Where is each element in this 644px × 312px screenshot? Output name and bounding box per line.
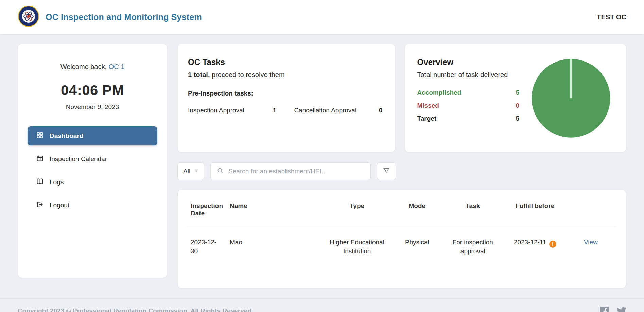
fulfill-date: 2023-12-11 <box>514 239 546 246</box>
filter-button[interactable] <box>377 162 396 180</box>
sidebar-item-label: Logout <box>50 202 69 209</box>
stat-row-target: Target 5 <box>417 115 520 122</box>
social-links <box>600 306 626 312</box>
col-header-type: Type <box>320 192 393 226</box>
col-header-inspection-date: Inspection Date <box>187 192 226 226</box>
welcome-message: Welcome back, OC 1 <box>28 63 157 71</box>
content-column: OC Tasks 1 total, proceed to resolve the… <box>177 44 626 288</box>
funnel-icon <box>383 167 390 176</box>
sidebar-item-label: Inspection Calendar <box>50 155 107 163</box>
task-count: 1 <box>273 107 277 114</box>
facebook-icon[interactable] <box>600 307 609 312</box>
sidebar-item-label: Logs <box>50 178 64 186</box>
category-dropdown[interactable]: All <box>177 162 204 180</box>
sidebar-item-inspection-calendar[interactable]: Inspection Calendar <box>28 150 157 169</box>
cell-name: Mao <box>226 226 320 267</box>
sidebar-item-logs[interactable]: Logs <box>28 173 157 192</box>
warning-icon: ! <box>549 241 556 248</box>
pre-inspection-tasks-list: Inspection Approval 1 Cancellation Appro… <box>188 107 385 114</box>
table-row: 2023-12-30 Mao Higher Educational Instit… <box>187 226 616 267</box>
app-title: OC Inspection and Monitoring System <box>46 12 202 22</box>
oc-tasks-summary-rest: proceed to resolve them <box>210 71 284 79</box>
oc-tasks-summary: 1 total, proceed to resolve them <box>188 71 385 79</box>
col-header-mode: Mode <box>394 192 441 226</box>
sidebar-item-dashboard[interactable]: Dashboard <box>28 126 157 145</box>
clock-date: November 9, 2023 <box>28 103 157 111</box>
book-icon <box>36 178 43 187</box>
main-area: Welcome back, OC 1 04:06 PM November 9, … <box>0 34 644 288</box>
clock-time: 04:06 PM <box>28 82 157 99</box>
logout-icon <box>36 201 43 210</box>
header-brand: OC Inspection and Monitoring System <box>18 5 202 29</box>
oc-tasks-summary-count: 1 total, <box>188 71 210 79</box>
stat-label: Target <box>417 115 437 122</box>
sidebar-item-label: Dashboard <box>50 132 83 140</box>
welcome-prefix: Welcome back, <box>60 63 109 70</box>
stat-label: Accomplished <box>417 89 462 97</box>
oc-tasks-card: OC Tasks 1 total, proceed to resolve the… <box>177 44 395 152</box>
cell-fulfill-before: 2023-12-11! <box>505 226 565 267</box>
twitter-icon[interactable] <box>617 306 626 312</box>
pre-inspection-tasks-label: Pre-inspection tasks: <box>188 90 385 97</box>
stat-value: 5 <box>516 89 520 97</box>
search-box <box>210 162 371 180</box>
chevron-down-icon <box>194 168 198 175</box>
category-dropdown-value: All <box>183 168 190 175</box>
sidebar-card: Welcome back, OC 1 04:06 PM November 9, … <box>18 44 167 278</box>
task-pair-cancellation-approval: Cancellation Approval 0 <box>294 107 382 114</box>
cell-inspection-date: 2023-12-30 <box>187 226 226 267</box>
task-count: 0 <box>379 107 383 114</box>
overview-subtitle: Total number of task delivered <box>417 71 520 79</box>
col-header-task: Task <box>441 192 505 226</box>
calendar-icon <box>36 155 43 163</box>
cell-mode: Physical <box>394 226 441 267</box>
stat-row-accomplished: Accomplished 5 <box>417 89 520 97</box>
search-input[interactable] <box>228 167 364 175</box>
stat-label: Missed <box>417 102 439 109</box>
copyright-text: Copyright 2023 © Professional Regulation… <box>18 307 253 312</box>
inspections-table-card: Inspection Date Name Type Mode Task Fulf… <box>177 190 626 288</box>
overview-card: Overview Total number of task delivered … <box>405 44 627 152</box>
logged-in-user: TEST OC <box>597 13 626 21</box>
sidebar-item-logout[interactable]: Logout <box>28 196 157 215</box>
cell-type: Higher Educational Institution <box>320 226 393 267</box>
summary-cards-row: OC Tasks 1 total, proceed to resolve the… <box>177 44 626 152</box>
col-header-action <box>565 192 616 226</box>
inspections-table: Inspection Date Name Type Mode Task Fulf… <box>187 192 616 267</box>
overview-stats: Overview Total number of task delivered … <box>417 57 520 138</box>
task-label: Cancellation Approval <box>294 107 356 114</box>
stat-value: 5 <box>516 115 520 122</box>
tasks-pie-chart <box>519 57 614 138</box>
page-footer: Copyright 2023 © Professional Regulation… <box>0 298 644 312</box>
prc-logo <box>18 5 39 29</box>
cell-task: For inspection approval <box>441 226 505 267</box>
dashboard-grid-icon <box>36 132 43 140</box>
task-label: Inspection Approval <box>188 107 244 114</box>
table-header-row: Inspection Date Name Type Mode Task Fulf… <box>187 192 616 226</box>
oc-tasks-title: OC Tasks <box>188 57 385 67</box>
col-header-name: Name <box>226 192 320 226</box>
sidebar-nav: Dashboard Inspection Calendar <box>28 126 157 215</box>
stat-value: 0 <box>516 102 520 109</box>
app-header: OC Inspection and Monitoring System TEST… <box>0 0 644 34</box>
cell-action: View <box>565 226 616 267</box>
overview-title: Overview <box>417 57 520 67</box>
view-link[interactable]: View <box>584 239 598 246</box>
welcome-user-link[interactable]: OC 1 <box>109 63 125 70</box>
stat-row-missed: Missed 0 <box>417 102 520 109</box>
col-header-fulfill-before: Fulfill before <box>505 192 565 226</box>
filter-bar: All <box>177 162 626 180</box>
task-pair-inspection-approval: Inspection Approval 1 <box>188 107 276 114</box>
search-icon <box>217 167 224 175</box>
